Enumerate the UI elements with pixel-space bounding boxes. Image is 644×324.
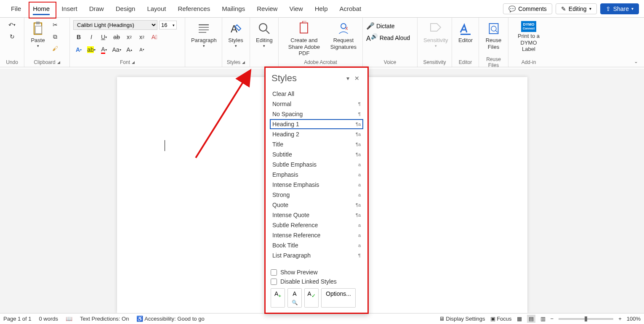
text-effects-button[interactable]: A▾ — [73, 44, 84, 55]
share-button[interactable]: ⇪ Share ▾ — [600, 3, 639, 14]
style-item[interactable]: Subtitle¶a — [270, 149, 363, 159]
comments-button[interactable]: 💬 Comments — [503, 3, 552, 14]
style-item[interactable]: Clear All — [270, 89, 363, 99]
spellcheck-icon[interactable]: 📖 — [66, 316, 72, 322]
dymo-print-button[interactable]: DYMOConnect Print to a DYMO Label — [512, 19, 546, 54]
share-icon: ⇪ — [606, 5, 611, 12]
svg-point-8 — [259, 24, 267, 31]
style-item[interactable]: Book Titlea — [270, 240, 363, 250]
disable-linked-checkbox[interactable]: Disable Linked Styles — [271, 278, 362, 285]
display-settings-button[interactable]: 🖥 Display Settings — [439, 316, 485, 322]
chevron-down-icon: ▾ — [631, 6, 633, 11]
change-case-button[interactable]: Aa▾ — [111, 44, 122, 55]
zoom-level[interactable]: 100% — [627, 316, 641, 322]
tab-help[interactable]: Help — [309, 0, 334, 18]
redo-button[interactable]: ↻ — [7, 31, 18, 42]
page-indicator[interactable]: Page 1 of 1 — [3, 316, 32, 322]
create-adobe-pdf-button[interactable]: Create and Share Adobe PDF — [282, 19, 326, 58]
ribbon-tabs: FileHomeInsertDrawDesignLayoutReferences… — [0, 0, 644, 18]
style-item[interactable]: Intense Referencea — [270, 230, 363, 240]
style-item[interactable]: Heading 2¶a — [270, 129, 363, 139]
style-item[interactable]: Title¶a — [270, 139, 363, 149]
undo-button[interactable]: ↶▾ — [7, 19, 18, 30]
strikethrough-button[interactable]: ab — [111, 32, 122, 42]
dictate-button[interactable]: 🎤 Dictate — [366, 22, 395, 30]
style-item[interactable]: Heading 1¶a — [270, 119, 363, 129]
shrink-font-button[interactable]: A▾ — [136, 44, 147, 55]
style-item[interactable]: List Paragraph¶ — [270, 250, 363, 260]
comment-icon: 💬 — [508, 5, 516, 12]
zoom-in-button[interactable]: + — [618, 316, 622, 322]
tab-review[interactable]: Review — [251, 0, 283, 18]
collapse-ribbon-button[interactable]: ⌄ — [634, 58, 638, 64]
paste-button[interactable]: Paste ▾ — [28, 19, 48, 50]
tab-insert[interactable]: Insert — [56, 0, 83, 18]
new-style-button[interactable]: A+ — [271, 288, 285, 308]
style-item[interactable]: Normal¶ — [270, 99, 363, 109]
font-color-button[interactable]: A▾ — [98, 44, 109, 55]
show-preview-checkbox[interactable]: Show Preview — [271, 269, 362, 276]
superscript-button[interactable]: x2 — [136, 32, 147, 42]
copy-button[interactable]: ⧉ — [50, 31, 61, 42]
styles-launcher[interactable]: ◢ — [242, 60, 245, 64]
web-layout-icon[interactable]: ▥ — [540, 316, 546, 322]
style-item[interactable]: Intense Emphasisa — [270, 180, 363, 190]
editing-group-button[interactable]: Editing▾ — [253, 19, 275, 50]
paragraph-button[interactable]: Paragraph▾ — [189, 19, 219, 50]
font-name-combo[interactable]: Calibri Light (Headings) — [73, 20, 157, 30]
tab-acrobat[interactable]: Acrobat — [334, 0, 367, 18]
tab-layout[interactable]: Layout — [141, 0, 172, 18]
styles-button[interactable]: A Styles▾ — [226, 19, 246, 50]
clipboard-icon — [30, 21, 45, 36]
subscript-button[interactable]: x2 — [124, 32, 135, 42]
text-predictions-status[interactable]: Text Predictions: On — [80, 316, 129, 322]
format-painter-button[interactable]: 🖌 — [50, 43, 61, 54]
focus-button[interactable]: ▣ Focus — [490, 316, 512, 322]
style-item[interactable]: Emphasisa — [270, 170, 363, 180]
read-mode-icon[interactable]: ▦ — [517, 316, 522, 322]
status-bar: Page 1 of 1 0 words 📖 Text Predictions: … — [0, 313, 644, 324]
bold-button[interactable]: B — [73, 32, 84, 42]
styles-options-button[interactable]: Options... — [321, 288, 356, 308]
highlight-button[interactable]: ab▾ — [86, 44, 97, 55]
read-aloud-button[interactable]: A🔊 Read Aloud — [366, 33, 410, 42]
accessibility-status[interactable]: ♿ Accessibility: Good to go — [136, 316, 204, 322]
close-icon[interactable]: ✕ — [352, 75, 362, 82]
ribbon: ↶▾ ↻ Undo Paste ▾ ✂ ⧉ 🖌 Clipboard◢ Calib… — [0, 18, 644, 67]
style-item[interactable]: Stronga — [270, 190, 363, 200]
style-item[interactable]: Quote¶a — [270, 200, 363, 210]
underline-button[interactable]: U▾ — [98, 32, 109, 42]
style-item[interactable]: Subtle Emphasisa — [270, 159, 363, 170]
signature-icon: x — [336, 21, 351, 36]
style-item[interactable]: No Spacing¶ — [270, 109, 363, 119]
italic-button[interactable]: I — [86, 32, 97, 42]
style-item[interactable]: Intense Quote¶a — [270, 210, 363, 220]
tab-file[interactable]: File — [5, 0, 27, 18]
editor-button[interactable]: Editor — [455, 19, 476, 45]
tab-references[interactable]: References — [172, 0, 216, 18]
tab-view[interactable]: View — [283, 0, 309, 18]
zoom-out-button[interactable]: − — [551, 316, 554, 322]
clipboard-launcher[interactable]: ◢ — [57, 60, 60, 64]
font-launcher[interactable]: ◢ — [132, 60, 135, 64]
cut-button[interactable]: ✂ — [50, 19, 61, 30]
clear-formatting-button[interactable]: A⃠ — [149, 32, 160, 42]
tab-home[interactable]: Home — [27, 0, 56, 18]
chevron-down-icon: ▾ — [173, 23, 175, 27]
tab-design[interactable]: Design — [110, 0, 141, 18]
tab-mailings[interactable]: Mailings — [216, 0, 251, 18]
pane-options-button[interactable]: ▾ — [343, 75, 352, 82]
tab-draw[interactable]: Draw — [83, 0, 110, 18]
paragraph-icon — [196, 21, 211, 36]
style-inspector-button[interactable]: A🔍 — [287, 288, 302, 308]
grow-font-button[interactable]: A▴ — [124, 44, 135, 55]
print-layout-icon[interactable]: ▤ — [527, 315, 535, 323]
request-signatures-button[interactable]: x Request Signatures — [328, 19, 359, 52]
style-item[interactable]: Subtle Referencea — [270, 220, 363, 230]
zoom-slider[interactable] — [559, 318, 613, 320]
reuse-files-button[interactable]: Reuse Files — [482, 19, 505, 52]
editing-mode-button[interactable]: ✎ Editing ▾ — [556, 3, 597, 14]
editor-icon — [458, 21, 473, 36]
word-count[interactable]: 0 words — [39, 316, 59, 322]
manage-styles-button[interactable]: A✓ — [304, 288, 319, 308]
